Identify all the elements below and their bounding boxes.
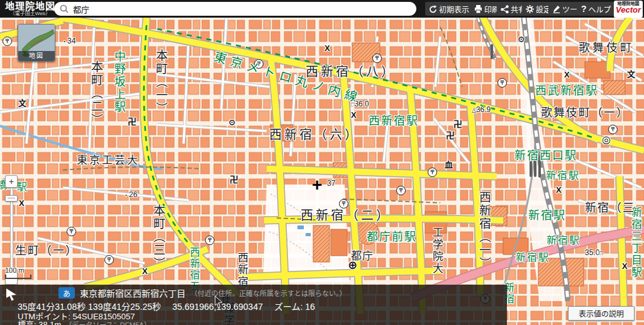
police-icon: X	[19, 199, 25, 207]
search-icon	[59, 4, 69, 14]
vector-site-badge[interactable]: 地理院地図 Vector	[614, 1, 643, 18]
area-label-nishishinjuku2: 西新宿（二）	[301, 205, 391, 224]
area-label-honcho2: 本町（二）	[87, 60, 104, 127]
elevation-mark: ・34	[62, 37, 75, 45]
layer-select-button[interactable]: 地図	[18, 24, 55, 62]
zoom-level: ズーム: 16	[274, 302, 315, 312]
reset-view-button[interactable]: 初期表示	[425, 2, 473, 16]
area-label-yayoicho: 生町（一）	[15, 241, 78, 258]
station-label-tochomae: 都庁前駅	[367, 227, 417, 244]
area-label-nishishinjuku1: 西新宿（一）	[475, 191, 492, 270]
post-office-icon: 〒	[205, 236, 214, 245]
police-icon: X	[556, 186, 562, 194]
station-label-shinjuku-b: 新宿駅	[528, 206, 566, 222]
area-label-kabukicho: 歌舞伎町	[579, 38, 634, 55]
temple-icon: 卍	[446, 131, 455, 140]
explain-values-button[interactable]: 表示値の説明	[568, 306, 635, 321]
elevation-mark: 35.0□	[585, 248, 603, 257]
post-office-icon: 〒	[396, 186, 406, 195]
poi-label-kogakuin: 工学院大	[429, 227, 445, 275]
police-icon: X	[622, 262, 628, 270]
printer-icon	[474, 5, 482, 13]
gsi-maps-app: 中野坂上駅 東京メトロ丸ノ内線 西新宿駅 西武新宿駅 新宿西口駅 新宿駅 新宿駅…	[0, 0, 644, 325]
area-label-nishishinjuku-v: 西新宿	[234, 252, 250, 288]
search-box[interactable]	[54, 2, 416, 16]
elevation-value: 標高: 38.1m	[18, 318, 61, 325]
ward-office-icon: ◎	[602, 135, 611, 145]
temple-icon: 卍	[128, 117, 136, 126]
area-label-shinjuku3: 新宿（三	[585, 198, 635, 215]
refresh-icon	[429, 5, 437, 13]
poi-label-tocho: 都庁	[351, 247, 374, 263]
header-bar: 地理院地図 （電子国土Web） 初期表示 印刷	[0, 0, 644, 18]
triangulation-point: △36.9	[472, 105, 491, 114]
app-subtitle: （電子国土Web）	[5, 11, 55, 16]
station-label-shinjuku-a: 新宿駅	[546, 167, 580, 182]
zoom-slider-handle[interactable]	[5, 195, 18, 202]
area-label-honcho3: 本町（三）	[150, 204, 167, 270]
help-icon: ?	[581, 4, 587, 14]
elevation-mark: ・26	[123, 190, 137, 199]
area-label-nishishinjuku8: 西新宿（八）	[306, 62, 396, 80]
station-label-shinjuku3chome: 新宿三丁目駅	[628, 207, 643, 278]
scale-label: 100 m	[5, 266, 25, 274]
pen-tool-icon	[552, 5, 560, 13]
vector-badge-name: Vector	[614, 6, 643, 14]
poi-label-tokyokogei: 東京工芸大	[77, 151, 140, 167]
scale-bar: 100 m	[5, 266, 31, 279]
layer-button-label: 地図	[18, 51, 55, 61]
post-office-icon: 〒	[428, 168, 437, 177]
station-label-fragment-eki: 駅	[17, 178, 29, 193]
search-input[interactable]	[72, 4, 401, 14]
station-label-nakanosakaue: 中野坂上駅	[111, 50, 127, 113]
zoom-in-button[interactable]: +	[5, 175, 18, 188]
app-title: 地理院地図	[5, 1, 55, 11]
station-label-seibushinjuku: 西武新宿駅	[535, 81, 598, 98]
map-center-crosshair-icon: +	[312, 176, 322, 194]
address-text: 東京都新宿区西新宿六丁目	[80, 287, 186, 299]
temple-icon: 卍	[230, 175, 238, 184]
post-office-icon: 〒	[497, 78, 507, 88]
post-office-icon: 〒	[104, 255, 114, 265]
map-canvas[interactable]: 中野坂上駅 東京メトロ丸ノ内線 西新宿駅 西武新宿駅 新宿西口駅 新宿駅 新宿駅…	[0, 18, 644, 325]
button-label: ヘルプ	[589, 4, 611, 14]
station-label-shinjuku-nishiguchi: 新宿西口駅	[514, 146, 577, 162]
mouse-cursor-icon	[214, 295, 224, 311]
police-icon: X	[325, 44, 330, 52]
factory-icon: ⚙	[228, 118, 236, 127]
status-bar: あ 東京都新宿区西新宿六丁目 （付近の住所。正確な所属を示すとは限らない。） 3…	[0, 285, 507, 325]
share-icon	[501, 5, 509, 13]
station-label-shinjuku-c: 新宿駅	[547, 232, 580, 247]
station-label-nishishinjuku: 西新宿駅	[369, 111, 419, 128]
post-office-icon: 〒	[67, 227, 76, 236]
elevation-mark: 37	[327, 179, 335, 188]
temple-icon: 卍	[453, 120, 462, 128]
factory-icon: ⚙	[518, 35, 525, 43]
elevation-source-note: （データソース：DEM5A）	[65, 319, 150, 325]
station-label-shinjuku-d: 新宿駅	[516, 249, 550, 264]
button-label: 初期表示	[439, 4, 469, 14]
app-logo[interactable]: 地理院地図 （電子国土Web）	[5, 1, 55, 16]
location-arrow-icon[interactable]	[5, 287, 18, 304]
school-icon: 文	[627, 70, 635, 78]
area-label-nishishinjuku6: 西新宿（六）	[269, 125, 360, 143]
museum-icon: 血	[445, 161, 453, 169]
school-icon: 文	[18, 99, 26, 107]
gear-icon	[526, 5, 534, 13]
post-office-icon: 〒	[608, 125, 618, 134]
area-label-kabukicho1: 歌舞伎町（一）	[541, 103, 629, 120]
help-button[interactable]: ? ヘルプ	[577, 2, 615, 16]
kana-badge[interactable]: あ	[58, 287, 75, 299]
area-label-honcho1: 本町（一）	[152, 49, 169, 115]
police-icon: X	[142, 267, 148, 275]
police-icon: X	[351, 111, 357, 119]
scale-line	[5, 275, 31, 279]
post-office-icon: 〒	[3, 37, 12, 46]
police-icon: X	[564, 71, 570, 79]
